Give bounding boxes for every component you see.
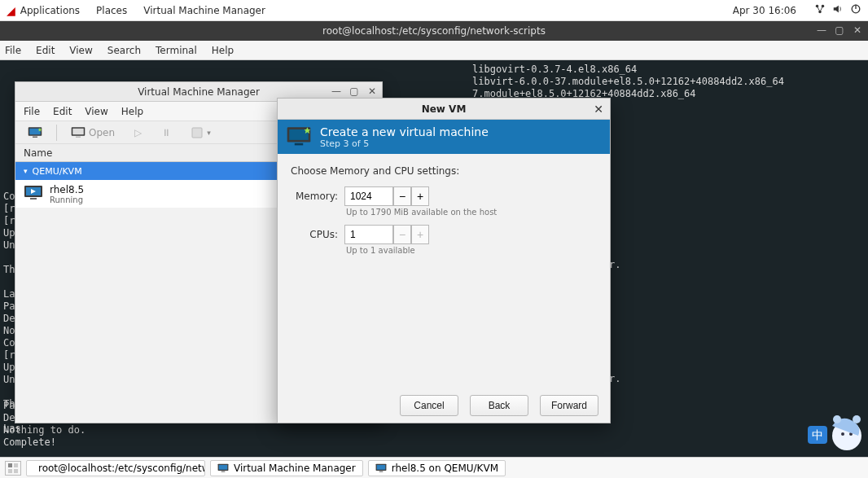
new-vm-body: Choose Memory and CPU settings: Memory: … xyxy=(278,154,610,274)
window-close-icon[interactable]: ✕ xyxy=(852,24,863,36)
svg-rect-28 xyxy=(14,463,18,467)
svg-rect-37 xyxy=(376,464,385,469)
banner-step: Step 3 of 5 xyxy=(320,138,489,149)
vmm-minimize-icon[interactable]: — xyxy=(331,86,341,97)
svg-rect-35 xyxy=(221,471,226,471)
terminal-menu-edit[interactable]: Edit xyxy=(36,45,55,56)
open-vm-button[interactable]: Open xyxy=(65,124,121,142)
window-minimize-icon[interactable]: — xyxy=(816,24,827,36)
redhat-logo-icon: ◢ xyxy=(7,4,15,17)
terminal-title: root@localhost:/etc/sysconfig/network-sc… xyxy=(322,25,546,37)
vmm-menu-view[interactable]: View xyxy=(85,106,107,117)
terminal-text-frag-1: r. xyxy=(609,259,620,271)
run-vm-button[interactable]: ▷ xyxy=(129,125,147,141)
svg-rect-19 xyxy=(295,143,303,146)
clock-label[interactable]: Apr 30 16:06 xyxy=(733,5,796,16)
svg-rect-27 xyxy=(8,463,12,467)
terminal-text-frag-2: r. xyxy=(609,373,620,385)
menu-places[interactable]: Places xyxy=(96,5,127,16)
back-button[interactable]: Back xyxy=(470,395,528,416)
svg-rect-34 xyxy=(219,464,228,469)
svg-rect-30 xyxy=(14,469,18,473)
new-vm-banner: Create a new virtual machine Step 3 of 5 xyxy=(278,120,610,154)
svg-rect-29 xyxy=(8,469,12,473)
menu-applications[interactable]: Applications xyxy=(20,5,80,16)
cpus-spinner: − + xyxy=(344,225,429,244)
vmm-menu-file[interactable]: File xyxy=(24,106,40,117)
task-vmm[interactable]: Virtual Machine Manager xyxy=(210,460,363,476)
svg-rect-7 xyxy=(33,136,37,138)
cpus-hint: Up to 1 available xyxy=(346,246,597,255)
vm-wizard-icon xyxy=(286,126,312,147)
vm-name: rhel8.5 xyxy=(50,184,84,195)
vmm-close-icon[interactable]: ✕ xyxy=(367,86,377,97)
active-app-title[interactable]: Virtual Machine Manager xyxy=(143,5,265,16)
vm-state: Running xyxy=(50,195,84,204)
memory-decrement-button[interactable]: − xyxy=(393,186,411,206)
settings-heading: Choose Memory and CPU settings: xyxy=(291,165,597,177)
vmm-menu-edit[interactable]: Edit xyxy=(53,106,72,117)
vm-monitor-icon xyxy=(24,185,43,204)
task-vmm-label: Virtual Machine Manager xyxy=(234,463,356,474)
banner-title: Create a new virtual machine xyxy=(320,125,489,138)
new-vm-title: New VM xyxy=(422,103,467,115)
svg-rect-11 xyxy=(76,136,81,138)
svg-point-23 xyxy=(841,432,844,436)
caret-down-icon: ▾ xyxy=(24,167,28,175)
terminal-menu: File Edit View Search Terminal Help xyxy=(0,41,868,60)
vmm-title: Virtual Machine Manager xyxy=(138,86,260,98)
memory-input[interactable] xyxy=(344,186,393,206)
new-vm-dialog: New VM ✕ Create a new virtual machine St… xyxy=(277,98,611,423)
vmm-column-name: Name xyxy=(24,147,52,159)
terminal-menu-file[interactable]: File xyxy=(5,45,21,56)
pause-vm-button[interactable]: ⏸ xyxy=(156,125,177,141)
terminal-menu-search[interactable]: Search xyxy=(107,45,141,56)
cpus-label: CPUs: xyxy=(291,229,338,240)
svg-rect-38 xyxy=(379,471,383,471)
mascot-widget[interactable]: 中 xyxy=(808,408,865,457)
vmm-connection-name: QEMU/KVM xyxy=(33,166,82,177)
task-vm-console[interactable]: rhel8.5 on QEMU/KVM xyxy=(368,460,506,476)
shutdown-vm-button[interactable]: ▾ xyxy=(185,124,217,142)
cpus-increment-button: + xyxy=(411,225,429,244)
volume-icon[interactable] xyxy=(832,3,844,17)
task-terminal-label: root@localhost:/etc/sysconfig/netw… xyxy=(38,463,205,474)
cancel-button[interactable]: Cancel xyxy=(400,395,458,416)
svg-rect-18 xyxy=(289,129,308,140)
close-icon[interactable]: ✕ xyxy=(594,103,603,116)
new-vm-titlebar[interactable]: New VM ✕ xyxy=(278,99,610,120)
ime-badge: 中 xyxy=(812,428,823,441)
window-maximize-icon[interactable]: ▢ xyxy=(834,24,845,36)
task-terminal[interactable]: $_ root@localhost:/etc/sysconfig/netw… xyxy=(26,460,205,476)
task-vm-label: rhel8.5 on QEMU/KVM xyxy=(392,463,498,474)
new-vm-button[interactable] xyxy=(22,124,48,142)
open-vm-label: Open xyxy=(89,127,115,138)
chevron-down-icon: ▾ xyxy=(207,129,211,137)
svg-point-25 xyxy=(833,415,841,423)
workspace-switcher[interactable] xyxy=(5,461,21,476)
svg-rect-15 xyxy=(30,198,37,200)
terminal-menu-view[interactable]: View xyxy=(69,45,92,56)
memory-label: Memory: xyxy=(291,191,338,202)
svg-rect-10 xyxy=(72,128,84,134)
terminal-titlebar[interactable]: root@localhost:/etc/sysconfig/network-sc… xyxy=(0,21,868,41)
memory-increment-button[interactable]: + xyxy=(411,186,429,206)
cpus-input[interactable] xyxy=(344,225,393,244)
vmm-menu-help[interactable]: Help xyxy=(121,106,143,117)
svg-rect-12 xyxy=(192,128,202,138)
cpus-decrement-button: − xyxy=(393,225,411,244)
forward-button[interactable]: Forward xyxy=(540,395,598,416)
terminal-menu-help[interactable]: Help xyxy=(212,45,234,56)
memory-hint: Up to 1790 MiB available on the host xyxy=(346,208,597,217)
power-icon[interactable] xyxy=(850,3,861,17)
memory-spinner: − + xyxy=(344,186,429,206)
network-icon[interactable] xyxy=(814,3,826,17)
bottom-panel: $_ root@localhost:/etc/sysconfig/netw… V… xyxy=(0,457,868,478)
terminal-menu-terminal[interactable]: Terminal xyxy=(156,45,197,56)
svg-point-26 xyxy=(853,415,861,423)
top-panel: ◢ Applications Places Virtual Machine Ma… xyxy=(0,0,868,21)
new-vm-footer: Cancel Back Forward xyxy=(278,388,610,423)
vmm-maximize-icon[interactable]: ▢ xyxy=(349,86,359,97)
